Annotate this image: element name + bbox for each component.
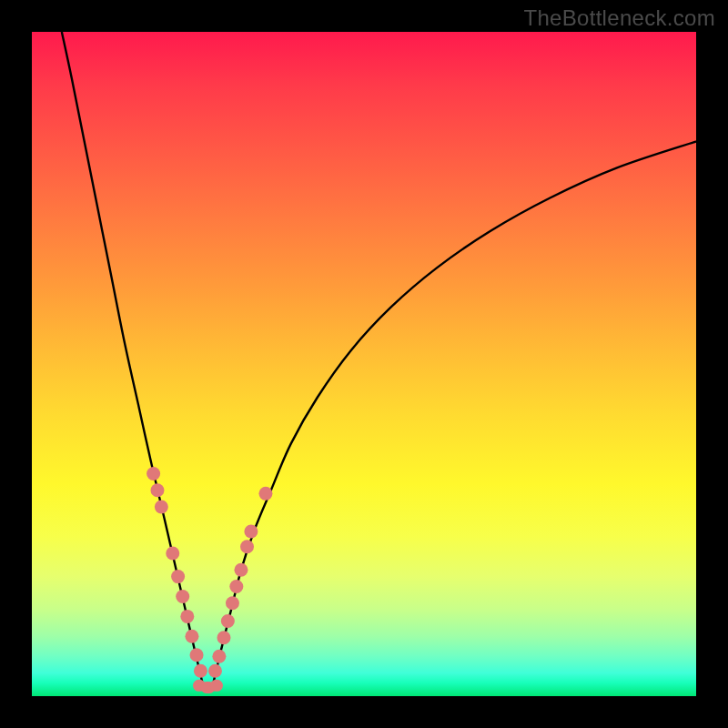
data-marker — [176, 590, 189, 603]
data-marker — [244, 524, 258, 538]
data-marker — [166, 547, 179, 561]
markers-left — [147, 467, 207, 678]
data-marker — [185, 630, 198, 643]
markers-right — [208, 487, 272, 678]
data-marker — [147, 467, 160, 480]
data-marker — [180, 610, 194, 623]
data-marker — [194, 664, 207, 678]
right-branch-curve — [213, 141, 696, 686]
data-marker — [171, 570, 185, 583]
data-marker — [155, 500, 168, 513]
data-marker — [258, 487, 272, 500]
data-marker — [240, 540, 254, 553]
data-marker — [234, 563, 248, 577]
data-marker — [229, 580, 243, 593]
data-marker — [150, 483, 164, 497]
plot-area — [32, 32, 696, 696]
data-marker — [190, 648, 204, 662]
data-marker — [208, 664, 222, 678]
chart-frame: TheBottleneck.com — [0, 0, 728, 728]
data-marker — [212, 650, 226, 663]
bottom-pill-marker — [210, 680, 223, 692]
left-branch-curve — [62, 32, 203, 686]
data-marker — [226, 596, 239, 610]
data-marker — [221, 614, 235, 628]
data-marker — [217, 631, 230, 644]
bottom-pills — [193, 680, 223, 693]
curve-layer — [32, 32, 696, 696]
watermark-text: TheBottleneck.com — [523, 5, 715, 31]
